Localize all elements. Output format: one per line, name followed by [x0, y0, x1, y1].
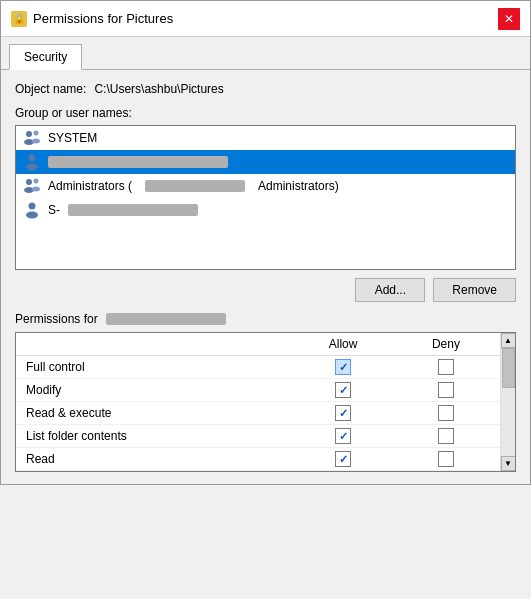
col-allow: Allow	[291, 333, 395, 356]
table-row: Read	[16, 448, 515, 471]
svg-point-9	[32, 187, 40, 192]
blurred-sid-name	[68, 204, 198, 216]
action-buttons-row: Add... Remove	[15, 278, 516, 302]
svg-point-4	[29, 155, 36, 162]
sid-icon	[22, 201, 42, 219]
scroll-thumb[interactable]	[502, 348, 515, 388]
blurred-admin-name	[145, 180, 245, 192]
svg-point-5	[26, 164, 38, 171]
svg-point-11	[26, 212, 38, 219]
allow-cell[interactable]	[291, 448, 395, 471]
allow-checkbox[interactable]	[335, 428, 351, 444]
object-name-value: C:\Users\ashbu\Pictures	[94, 82, 223, 96]
permissions-for-blurred	[106, 313, 226, 325]
allow-checkbox[interactable]	[335, 359, 351, 375]
col-permission	[16, 333, 291, 356]
allow-cell[interactable]	[291, 425, 395, 448]
tab-security[interactable]: Security	[9, 44, 82, 70]
allow-cell[interactable]	[291, 379, 395, 402]
permissions-for-row: Permissions for	[15, 312, 516, 326]
list-item[interactable]	[16, 150, 515, 174]
permissions-window: 🔒 Permissions for Pictures ✕ Security Ob…	[0, 0, 531, 485]
users-listbox[interactable]: SYSTEM	[15, 125, 516, 270]
remove-button[interactable]: Remove	[433, 278, 516, 302]
perm-label: Read	[16, 448, 291, 471]
scroll-track	[501, 348, 516, 471]
group-label: Group or user names:	[15, 106, 516, 120]
perm-label: Full control	[16, 356, 291, 379]
deny-checkbox[interactable]	[438, 382, 454, 398]
table-row: Read & execute	[16, 402, 515, 425]
permissions-table: Allow Deny Full control	[16, 333, 515, 471]
allow-cell[interactable]	[291, 356, 395, 379]
deny-cell[interactable]	[395, 402, 497, 425]
list-item[interactable]: Administrators ( Administrators)	[16, 174, 515, 198]
admin-name: Administrators (	[48, 179, 135, 193]
window-icon: 🔒	[11, 11, 27, 27]
svg-point-8	[34, 179, 39, 184]
close-button[interactable]: ✕	[498, 8, 520, 30]
group-icon	[22, 129, 42, 147]
main-content: Object name: C:\Users\ashbu\Pictures Gro…	[1, 70, 530, 484]
table-row: Full control	[16, 356, 515, 379]
allow-checkbox[interactable]	[335, 405, 351, 421]
title-bar-left: 🔒 Permissions for Pictures	[11, 11, 173, 27]
svg-point-0	[26, 131, 32, 137]
perm-label: Modify	[16, 379, 291, 402]
table-row: List folder contents	[16, 425, 515, 448]
perm-label: List folder contents	[16, 425, 291, 448]
deny-checkbox[interactable]	[438, 451, 454, 467]
list-item[interactable]: S-	[16, 198, 515, 222]
deny-checkbox[interactable]	[438, 428, 454, 444]
admin-suffix: Administrators)	[255, 179, 338, 193]
object-name-row: Object name: C:\Users\ashbu\Pictures	[15, 82, 516, 96]
window-title: Permissions for Pictures	[33, 11, 173, 26]
permissions-section: Permissions for Allow Deny	[15, 312, 516, 472]
allow-checkbox[interactable]	[335, 451, 351, 467]
svg-point-3	[32, 139, 40, 144]
permissions-for-label: Permissions for	[15, 312, 98, 326]
object-name-label: Object name:	[15, 82, 86, 96]
allow-checkbox[interactable]	[335, 382, 351, 398]
svg-point-10	[29, 203, 36, 210]
scroll-down-button[interactable]: ▼	[501, 456, 516, 471]
allow-cell[interactable]	[291, 402, 395, 425]
title-bar: 🔒 Permissions for Pictures ✕	[1, 1, 530, 37]
blurred-user-name	[48, 156, 228, 168]
deny-cell[interactable]	[395, 425, 497, 448]
add-button[interactable]: Add...	[355, 278, 425, 302]
scrollbar[interactable]: ▲ ▼	[500, 333, 515, 471]
svg-point-6	[26, 179, 32, 185]
deny-cell[interactable]	[395, 379, 497, 402]
admin-icon	[22, 177, 42, 195]
permissions-table-wrapper: Allow Deny Full control	[15, 332, 516, 472]
scroll-up-button[interactable]: ▲	[501, 333, 516, 348]
tab-bar: Security	[1, 37, 530, 70]
user-name: SYSTEM	[48, 131, 97, 145]
deny-cell[interactable]	[395, 448, 497, 471]
table-row: Modify	[16, 379, 515, 402]
svg-point-2	[34, 131, 39, 136]
col-deny: Deny	[395, 333, 497, 356]
deny-cell[interactable]	[395, 356, 497, 379]
deny-checkbox[interactable]	[438, 405, 454, 421]
deny-checkbox[interactable]	[438, 359, 454, 375]
perm-label: Read & execute	[16, 402, 291, 425]
user-icon	[22, 153, 42, 171]
sid-name: S-	[48, 203, 60, 217]
list-item[interactable]: SYSTEM	[16, 126, 515, 150]
